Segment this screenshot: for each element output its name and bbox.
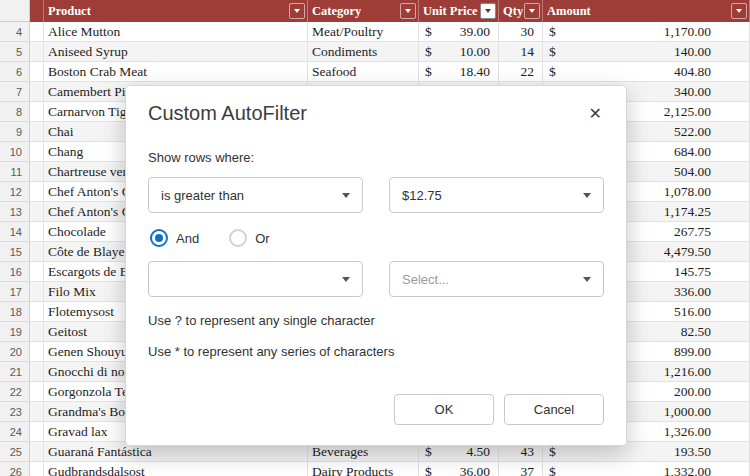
wildcard-hint-single: Use ? to represent any single character xyxy=(148,313,604,328)
column-header-product[interactable]: Product xyxy=(44,0,308,22)
row-number[interactable]: 9 xyxy=(0,122,30,142)
cell-a[interactable] xyxy=(30,462,44,476)
cell-product[interactable]: Aniseed Syrup xyxy=(44,42,308,62)
cell-a[interactable] xyxy=(30,302,44,322)
cell-a[interactable] xyxy=(30,202,44,222)
cell-a[interactable] xyxy=(30,262,44,282)
value1-select[interactable]: $12.75 xyxy=(389,177,604,213)
cell-a[interactable] xyxy=(30,122,44,142)
column-header-amount[interactable]: Amount xyxy=(543,0,750,22)
row-number[interactable]: 16 xyxy=(0,262,30,282)
row-number[interactable]: 12 xyxy=(0,182,30,202)
cell-a[interactable] xyxy=(30,382,44,402)
or-label: Or xyxy=(255,231,269,246)
close-icon[interactable]: ✕ xyxy=(587,102,604,126)
row-number[interactable]: 13 xyxy=(0,202,30,222)
value2-select[interactable]: Select... xyxy=(389,261,604,297)
cancel-button[interactable]: Cancel xyxy=(504,394,604,425)
currency-symbol: $ xyxy=(543,64,556,80)
row-number[interactable]: 22 xyxy=(0,382,30,402)
cell-a[interactable] xyxy=(30,42,44,62)
filter-dropdown-icon xyxy=(736,9,742,13)
row-number[interactable]: 6 xyxy=(0,62,30,82)
column-header-label: Qty xyxy=(503,4,523,19)
filter-button-qty[interactable] xyxy=(524,3,540,19)
cell-a[interactable] xyxy=(30,442,44,462)
amount-value: 193.50 xyxy=(674,444,749,460)
cell-qty[interactable]: 14 xyxy=(499,42,543,62)
column-header-a[interactable] xyxy=(30,0,44,22)
cell-a[interactable] xyxy=(30,362,44,382)
column-header-price[interactable]: Unit Price xyxy=(419,0,499,22)
cell-a[interactable] xyxy=(30,162,44,182)
cell-product[interactable]: Alice Mutton xyxy=(44,22,308,42)
sheet-row: 26GudbrandsdalsostDairy Products$36.0037… xyxy=(0,462,750,476)
row-number[interactable]: 23 xyxy=(0,402,30,422)
ok-button[interactable]: OK xyxy=(394,394,494,425)
cell-a[interactable] xyxy=(30,102,44,122)
select-all-corner[interactable] xyxy=(0,0,30,22)
cell-unit-price[interactable]: $39.00 xyxy=(419,22,499,42)
cell-a[interactable] xyxy=(30,422,44,442)
row-number[interactable]: 7 xyxy=(0,82,30,102)
amount-value: 4,479.50 xyxy=(664,244,749,260)
filter-button-amount[interactable] xyxy=(731,3,747,19)
row-number[interactable]: 4 xyxy=(0,22,30,42)
value1-value: $12.75 xyxy=(402,188,442,203)
row-number[interactable]: 18 xyxy=(0,302,30,322)
cell-amount[interactable]: $140.00 xyxy=(543,42,750,62)
cell-unit-price[interactable]: $36.00 xyxy=(419,462,499,476)
cell-amount[interactable]: $1,332.00 xyxy=(543,462,750,476)
cell-a[interactable] xyxy=(30,142,44,162)
condition1-select[interactable]: is greater than xyxy=(148,177,363,213)
cell-category[interactable]: Dairy Products xyxy=(308,462,419,476)
cell-amount[interactable]: $1,170.00 xyxy=(543,22,750,42)
cell-category[interactable]: Meat/Poultry xyxy=(308,22,419,42)
cell-amount[interactable]: $404.80 xyxy=(543,62,750,82)
cell-qty[interactable]: 22 xyxy=(499,62,543,82)
cell-unit-price[interactable]: $18.40 xyxy=(419,62,499,82)
or-radio[interactable]: Or xyxy=(229,229,269,247)
cell-qty[interactable]: 30 xyxy=(499,22,543,42)
column-header-category[interactable]: Category xyxy=(308,0,419,22)
row-number[interactable]: 20 xyxy=(0,342,30,362)
row-number[interactable]: 26 xyxy=(0,462,30,476)
cell-a[interactable] xyxy=(30,242,44,262)
filter-button-price[interactable] xyxy=(480,3,496,19)
cell-unit-price[interactable]: $10.00 xyxy=(419,42,499,62)
row-number[interactable]: 24 xyxy=(0,422,30,442)
row-number[interactable]: 19 xyxy=(0,322,30,342)
filter-button-product[interactable] xyxy=(289,3,305,19)
cell-a[interactable] xyxy=(30,222,44,242)
cell-product[interactable]: Gudbrandsdalsost xyxy=(44,462,308,476)
cell-category[interactable]: Condiments xyxy=(308,42,419,62)
cell-a[interactable] xyxy=(30,182,44,202)
amount-value: 404.80 xyxy=(674,64,749,80)
row-number[interactable]: 15 xyxy=(0,242,30,262)
row-number[interactable]: 17 xyxy=(0,282,30,302)
column-header-qty[interactable]: Qty xyxy=(499,0,543,22)
cell-category[interactable]: Seafood xyxy=(308,62,419,82)
row-number[interactable]: 21 xyxy=(0,362,30,382)
filter-button-category[interactable] xyxy=(400,3,416,19)
cell-a[interactable] xyxy=(30,82,44,102)
cell-product[interactable]: Boston Crab Meat xyxy=(44,62,308,82)
row-number[interactable]: 25 xyxy=(0,442,30,462)
row-number[interactable]: 5 xyxy=(0,42,30,62)
cell-a[interactable] xyxy=(30,322,44,342)
cell-qty[interactable]: 37 xyxy=(499,462,543,476)
cell-a[interactable] xyxy=(30,62,44,82)
currency-symbol: $ xyxy=(543,44,556,60)
cell-a[interactable] xyxy=(30,342,44,362)
cell-a[interactable] xyxy=(30,282,44,302)
cell-a[interactable] xyxy=(30,402,44,422)
price-value: 10.00 xyxy=(460,44,498,60)
row-number[interactable]: 10 xyxy=(0,142,30,162)
row-number[interactable]: 8 xyxy=(0,102,30,122)
condition2-select[interactable] xyxy=(148,261,363,297)
row-number[interactable]: 11 xyxy=(0,162,30,182)
cell-a[interactable] xyxy=(30,22,44,42)
and-radio[interactable]: And xyxy=(150,229,199,247)
row-number[interactable]: 14 xyxy=(0,222,30,242)
amount-value: 516.00 xyxy=(674,304,749,320)
